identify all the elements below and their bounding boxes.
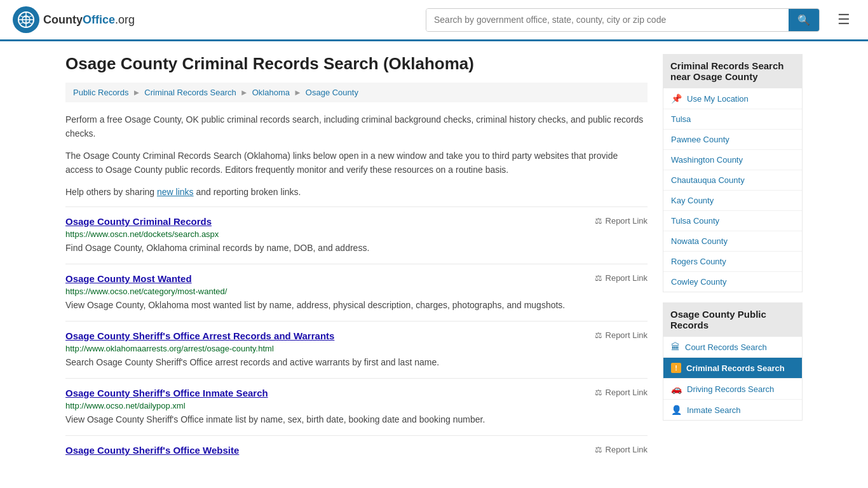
sidebar-item-chautauqua-county: Chautauqua County xyxy=(663,170,802,191)
logo-text: CountyOffice.org xyxy=(43,13,135,27)
sidebar-link-chautauqua-county[interactable]: Chautauqua County xyxy=(663,170,802,190)
sidebar-link-cowley-county[interactable]: Cowley County xyxy=(663,272,802,292)
search-bar: 🔍 xyxy=(426,8,820,32)
description-3: Help others by sharing new links and rep… xyxy=(65,185,648,199)
sidebar-item-tulsa-county: Tulsa County xyxy=(663,211,802,231)
result-desc-1: Find Osage County, Oklahoma criminal rec… xyxy=(65,241,648,255)
report-link-btn-3[interactable]: ⚖ Report Link xyxy=(595,330,648,340)
logo-icon xyxy=(13,6,39,33)
result-url-4: http://www.ocso.net/dailypop.xml xyxy=(65,401,648,410)
breadcrumb-link-osage-county[interactable]: Osage County xyxy=(306,88,358,97)
result-desc-4: View Osage County Sheriff's Office inmat… xyxy=(65,413,648,426)
sidebar-public-records-links: 🏛 Court Records Search ! Criminal Record… xyxy=(663,337,803,421)
report-icon-4: ⚖ xyxy=(595,388,602,397)
sidebar-item-kay-county: Kay County xyxy=(663,191,802,211)
sidebar-link-rogers-county[interactable]: Rogers County xyxy=(663,252,802,271)
car-icon: 🚗 xyxy=(671,384,682,394)
site-header: CountyOffice.org 🔍 ☰ xyxy=(0,0,868,41)
person-icon: 👤 xyxy=(671,405,682,415)
breadcrumb-sep-3: ► xyxy=(294,88,302,97)
sidebar-item-nowata-county: Nowata County xyxy=(663,231,802,252)
breadcrumb: Public Records ► Criminal Records Search… xyxy=(65,83,648,102)
report-link-btn-2[interactable]: ⚖ Report Link xyxy=(595,273,648,283)
sidebar-link-tulsa[interactable]: Tulsa xyxy=(663,109,802,129)
sidebar-link-nowata-county[interactable]: Nowata County xyxy=(663,231,802,251)
sidebar-link-use-my-location[interactable]: 📌 Use My Location xyxy=(663,88,802,109)
breadcrumb-sep-2: ► xyxy=(240,88,248,97)
results-list: Osage County Criminal Records ⚖ Report L… xyxy=(65,207,648,464)
content-area: Osage County Criminal Records Search (Ok… xyxy=(65,54,648,464)
sidebar-link-pawnee-county[interactable]: Pawnee County xyxy=(663,130,802,149)
page-title: Osage County Criminal Records Search (Ok… xyxy=(65,54,648,74)
sidebar-link-driving-records[interactable]: 🚗 Driving Records Search xyxy=(663,379,802,399)
breadcrumb-sep-1: ► xyxy=(132,88,140,97)
sidebar-item-washington-county: Washington County xyxy=(663,150,802,170)
report-icon-2: ⚖ xyxy=(595,273,602,283)
sidebar-link-inmate-search[interactable]: 👤 Inmate Search xyxy=(663,400,802,420)
result-title-4[interactable]: Osage County Sheriff's Office Inmate Sea… xyxy=(65,388,268,398)
site-logo[interactable]: CountyOffice.org xyxy=(13,6,135,33)
result-desc-3: Search Osage County Sheriff's Office arr… xyxy=(65,356,648,369)
menu-button[interactable]: ☰ xyxy=(832,9,855,30)
breadcrumb-link-public-records[interactable]: Public Records xyxy=(73,88,128,97)
sidebar-item-inmate-search: 👤 Inmate Search xyxy=(663,400,802,420)
report-icon-3: ⚖ xyxy=(595,330,602,340)
sidebar-item-criminal-records: ! Criminal Records Search xyxy=(663,358,802,379)
exclaim-icon: ! xyxy=(671,363,681,373)
sidebar-item-rogers-county: Rogers County xyxy=(663,252,802,272)
sidebar-item-court-records: 🏛 Court Records Search xyxy=(663,337,802,358)
result-item-3: Osage County Sheriff's Office Arrest Rec… xyxy=(65,321,648,378)
result-title-1[interactable]: Osage County Criminal Records xyxy=(65,216,212,227)
result-item-5: Osage County Sheriff's Office Website ⚖ … xyxy=(65,435,648,464)
sidebar-item-cowley-county: Cowley County xyxy=(663,272,802,292)
breadcrumb-link-criminal-records[interactable]: Criminal Records Search xyxy=(144,88,236,97)
report-link-btn-4[interactable]: ⚖ Report Link xyxy=(595,388,648,397)
result-item-2: Osage County Most Wanted ⚖ Report Link h… xyxy=(65,264,648,321)
sidebar-link-kay-county[interactable]: Kay County xyxy=(663,191,802,210)
new-links-link[interactable]: new links xyxy=(157,187,194,197)
sidebar-link-criminal-records[interactable]: ! Criminal Records Search xyxy=(663,358,802,378)
description-2: The Osage County Criminal Records Search… xyxy=(65,149,648,177)
sidebar-item-use-my-location: 📌 Use My Location xyxy=(663,88,802,109)
sidebar-item-tulsa: Tulsa xyxy=(663,109,802,130)
result-title-3[interactable]: Osage County Sheriff's Office Arrest Rec… xyxy=(65,330,334,341)
result-desc-2: View Osage County, Oklahoma most wanted … xyxy=(65,299,648,312)
sidebar-item-pawnee-county: Pawnee County xyxy=(663,130,802,150)
sidebar-nearby-links: 📌 Use My Location Tulsa Pawnee County Wa… xyxy=(663,88,803,292)
court-icon: 🏛 xyxy=(671,342,680,352)
report-icon-1: ⚖ xyxy=(595,216,602,226)
sidebar: Criminal Records Search near Osage Count… xyxy=(663,54,803,464)
report-icon-5: ⚖ xyxy=(595,445,602,454)
sidebar-nearby-title: Criminal Records Search near Osage Count… xyxy=(663,54,803,88)
report-link-btn-1[interactable]: ⚖ Report Link xyxy=(595,216,648,226)
description-1: Perform a free Osage County, OK public c… xyxy=(65,112,648,141)
search-input[interactable] xyxy=(426,9,789,31)
result-url-3: http://www.oklahomaarrests.org/arrest/os… xyxy=(65,344,648,353)
sidebar-public-records-title: Osage County Public Records xyxy=(663,302,803,337)
result-title-2[interactable]: Osage County Most Wanted xyxy=(65,273,192,284)
report-link-btn-5[interactable]: ⚖ Report Link xyxy=(595,445,648,454)
breadcrumb-link-oklahoma[interactable]: Oklahoma xyxy=(252,88,290,97)
main-container: Osage County Criminal Records Search (Ok… xyxy=(53,41,815,477)
sidebar-link-tulsa-county[interactable]: Tulsa County xyxy=(663,211,802,231)
result-title-5[interactable]: Osage County Sheriff's Office Website xyxy=(65,445,239,456)
search-button[interactable]: 🔍 xyxy=(789,9,819,31)
result-item-1: Osage County Criminal Records ⚖ Report L… xyxy=(65,207,648,264)
result-item-4: Osage County Sheriff's Office Inmate Sea… xyxy=(65,378,648,435)
sidebar-item-driving-records: 🚗 Driving Records Search xyxy=(663,379,802,400)
result-url-1: https://www.oscn.net/dockets/search.aspx xyxy=(65,229,648,239)
location-pin-icon: 📌 xyxy=(671,93,682,104)
sidebar-link-washington-county[interactable]: Washington County xyxy=(663,150,802,170)
result-url-2: https://www.ocso.net/category/most-wante… xyxy=(65,287,648,296)
sidebar-link-court-records[interactable]: 🏛 Court Records Search xyxy=(663,337,802,357)
